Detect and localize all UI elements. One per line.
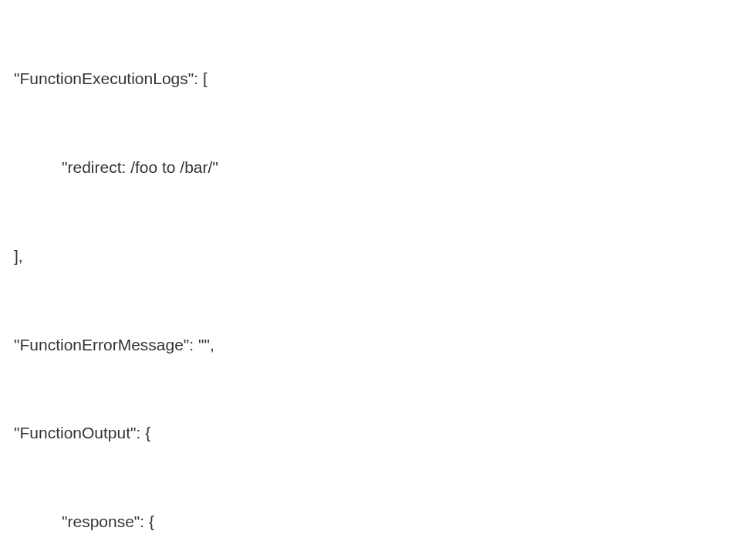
code-line: ], xyxy=(14,243,742,269)
code-line: "FunctionErrorMessage": "", xyxy=(14,332,742,358)
code-line: "response": { xyxy=(14,509,742,535)
code-line: "FunctionExecutionLogs": [ xyxy=(14,66,742,92)
json-code-block: "FunctionExecutionLogs": [ "redirect: /f… xyxy=(14,14,742,548)
code-line: "FunctionOutput": { xyxy=(14,420,742,446)
code-line: "redirect: /foo to /bar/" xyxy=(14,154,742,181)
